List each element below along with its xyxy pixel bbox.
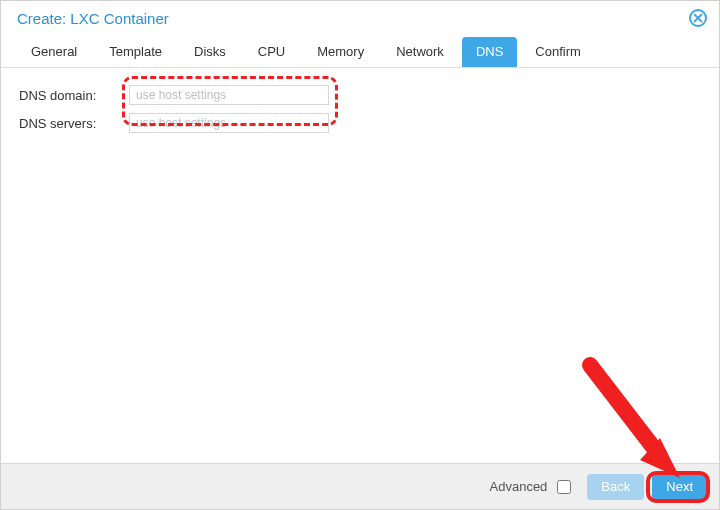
next-button[interactable]: Next [652, 474, 707, 500]
window-title: Create: LXC Container [17, 10, 169, 27]
dns-servers-input[interactable] [129, 113, 329, 133]
dns-domain-input[interactable] [129, 85, 329, 105]
dns-servers-row: DNS servers: [19, 112, 701, 134]
close-button[interactable] [689, 9, 707, 27]
tab-template[interactable]: Template [95, 37, 176, 67]
back-button[interactable]: Back [587, 474, 644, 500]
dialog-window: Create: LXC Container GeneralTemplateDis… [0, 0, 720, 510]
dns-domain-row: DNS domain: [19, 84, 701, 106]
advanced-checkbox[interactable] [557, 480, 571, 494]
tab-general[interactable]: General [17, 37, 91, 67]
tab-network[interactable]: Network [382, 37, 458, 67]
tab-cpu[interactable]: CPU [244, 37, 299, 67]
dns-servers-label: DNS servers: [19, 116, 129, 131]
tab-dns[interactable]: DNS [462, 37, 517, 67]
close-icon [693, 13, 703, 23]
tab-confirm[interactable]: Confirm [521, 37, 595, 67]
content-area: DNS domain: DNS servers: [1, 68, 719, 463]
titlebar: Create: LXC Container [1, 1, 719, 33]
footer: Advanced Back Next [1, 463, 719, 509]
tab-memory[interactable]: Memory [303, 37, 378, 67]
tab-disks[interactable]: Disks [180, 37, 240, 67]
tab-strip: GeneralTemplateDisksCPUMemoryNetworkDNSC… [1, 33, 719, 68]
advanced-label: Advanced [490, 479, 548, 494]
dns-domain-label: DNS domain: [19, 88, 129, 103]
